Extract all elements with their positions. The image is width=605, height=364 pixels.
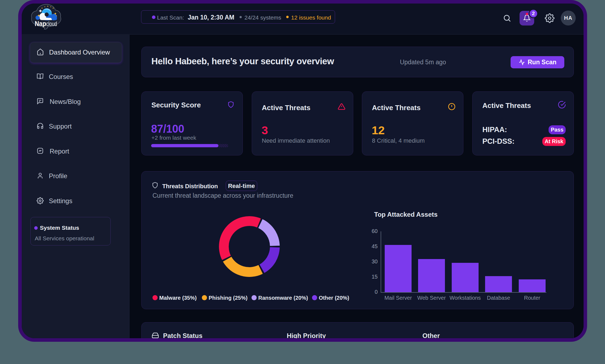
svg-text:cloud: cloud: [46, 20, 57, 27]
svg-text:Nap: Nap: [35, 20, 46, 27]
